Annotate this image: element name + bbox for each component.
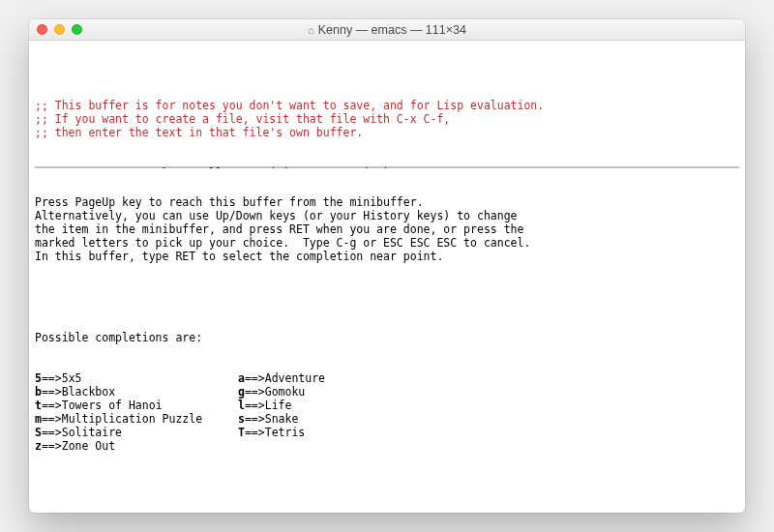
- completion-row: t==>Towers of Hanoil==>Life: [35, 399, 739, 412]
- scratch-comment-line: ;; then enter the text in that file's ow…: [35, 126, 739, 139]
- completion-item[interactable]: g==>Gomoku: [238, 385, 305, 399]
- completion-item[interactable]: b==>Blackbox: [35, 385, 238, 399]
- completion-row: 5==>5x5a==>Adventure: [35, 371, 739, 385]
- possible-completions-header: Possible completions are:: [35, 331, 739, 344]
- titlebar: ⌂ Kenny — emacs — 111×34: [29, 19, 745, 41]
- home-icon: ⌂: [308, 24, 314, 36]
- completion-row: z==>Zone Out: [35, 439, 739, 453]
- window-title: ⌂ Kenny — emacs — 111×34: [29, 23, 745, 37]
- close-icon[interactable]: [37, 24, 47, 35]
- completion-help-line: Alternatively, you can use Up/Down keys …: [35, 209, 739, 222]
- scratch-comment-line: ;; If you want to create a file, visit t…: [35, 112, 739, 126]
- scratch-comment-line: ;; This buffer is for notes you don't wa…: [35, 99, 739, 112]
- completion-item[interactable]: t==>Towers of Hanoi: [35, 399, 238, 412]
- minimize-icon[interactable]: [54, 24, 65, 35]
- completions-buffer[interactable]: Press PageUp key to reach this buffer fr…: [35, 168, 739, 513]
- completion-item[interactable]: z==>Zone Out: [35, 439, 238, 453]
- terminal-window: ⌂ Kenny — emacs — 111×34 ;; This buffer …: [29, 19, 745, 513]
- scratch-buffer[interactable]: ;; This buffer is for notes you don't wa…: [35, 72, 739, 166]
- zoom-icon[interactable]: [72, 24, 82, 35]
- completion-row: S==>SolitaireT==>Tetris: [35, 426, 739, 439]
- completion-help-line: In this buffer, type RET to select the c…: [35, 250, 739, 263]
- completion-item[interactable]: T==>Tetris: [238, 426, 305, 439]
- completion-row: m==>Multiplication Puzzles==>Snake: [35, 412, 739, 426]
- completion-item[interactable]: l==>Life: [238, 399, 291, 412]
- emacs-terminal[interactable]: ;; This buffer is for notes you don't wa…: [29, 41, 745, 513]
- completion-help-line: Press PageUp key to reach this buffer fr…: [35, 195, 739, 209]
- window-title-text: Kenny — emacs — 111×34: [318, 23, 466, 37]
- completion-item[interactable]: S==>Solitaire: [35, 426, 238, 439]
- completion-item[interactable]: 5==>5x5: [35, 371, 238, 385]
- completion-item[interactable]: s==>Snake: [238, 412, 298, 426]
- traffic-lights: [37, 24, 82, 35]
- completion-help-line: the item in the minibuffer, and press RE…: [35, 222, 739, 236]
- completion-item[interactable]: m==>Multiplication Puzzle: [35, 412, 238, 426]
- completion-item[interactable]: a==>Adventure: [238, 371, 325, 385]
- completion-help-line: marked letters to pick up your choice. T…: [35, 236, 739, 250]
- completion-row: b==>Blackboxg==>Gomoku: [35, 385, 739, 399]
